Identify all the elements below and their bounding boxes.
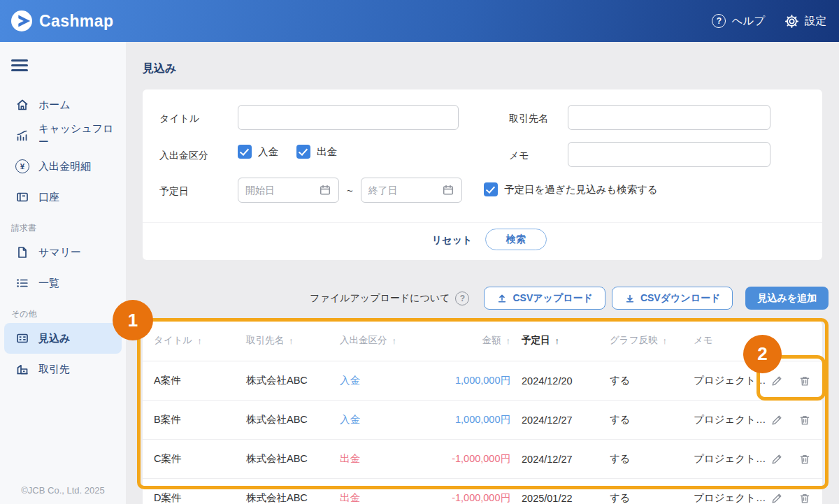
checkbox-checked-icon [484, 182, 498, 196]
memo-field-label: メモ [509, 150, 529, 162]
sidebar-item-label: ホーム [38, 99, 71, 112]
sidebar-section-others: その他 [0, 298, 126, 323]
cell-category: 出金 [340, 491, 424, 504]
passbook-icon [15, 190, 29, 204]
list-icon [15, 276, 29, 290]
calendar-icon [319, 184, 331, 196]
sidebar-item-label: 口座 [38, 191, 59, 204]
withdrawal-checkbox[interactable]: 出金 [296, 145, 337, 159]
table-toolbar: ファイルアップロードについて ? CSVアップロード CSVダウンロード 見込み… [310, 287, 829, 310]
sidebar-item-label: 入出金明細 [38, 160, 91, 173]
partner-input[interactable] [568, 105, 770, 130]
checkbox-checked-icon [296, 145, 310, 159]
csv-upload-button[interactable]: CSVアップロード [484, 287, 605, 310]
end-date-input[interactable] [361, 178, 462, 203]
home-icon [15, 98, 29, 112]
sidebar-item-cashflow[interactable]: キャッシュフロー [4, 120, 122, 151]
past-date-checkbox-label: 予定日を過ぎた見込みも検索する [504, 183, 658, 196]
cell-memo: プロジェクト… [694, 491, 770, 504]
annotation-badge-2: 2 [743, 335, 782, 373]
csv-download-button[interactable]: CSVダウンロード [612, 287, 733, 310]
bar-chart-icon [15, 129, 29, 143]
sidebar-item-home[interactable]: ホーム [4, 89, 122, 120]
sidebar-item-label: 見込み [38, 332, 70, 345]
sidebar-item-summary[interactable]: サマリー [4, 237, 122, 268]
cell-title: D案件 [154, 491, 246, 504]
withdrawal-checkbox-label: 出金 [317, 145, 337, 159]
settings-button[interactable]: 設定 [784, 14, 826, 29]
date-range-separator: ~ [347, 185, 353, 196]
help-button[interactable]: ? ヘルプ [712, 14, 765, 29]
sidebar-item-label: サマリー [38, 246, 81, 259]
start-date-field[interactable] [245, 185, 315, 196]
gear-icon [784, 14, 799, 29]
annotation-highlight-table [137, 318, 829, 489]
add-forecast-button[interactable]: 見込みを追加 [745, 287, 829, 310]
deposit-checkbox-label: 入金 [258, 145, 278, 159]
sidebar-section-invoices: 請求書 [0, 213, 126, 237]
hamburger-menu-icon[interactable] [11, 59, 28, 75]
sidebar-item-forecast[interactable]: 見込み [4, 323, 122, 354]
help-label: ヘルプ [731, 14, 765, 29]
calendar-icon [442, 184, 454, 196]
title-input[interactable] [238, 105, 459, 130]
document-icon [15, 245, 29, 259]
title-field-label: タイトル [159, 113, 199, 125]
sidebar-item-label: 取引先 [38, 363, 70, 376]
annotation-badge-1: 1 [113, 300, 153, 340]
edit-pencil-icon[interactable] [770, 492, 783, 504]
reset-button[interactable]: リセット [432, 229, 472, 250]
end-date-field[interactable] [368, 185, 438, 196]
sidebar-item-label: キャッシュフロー [38, 122, 122, 149]
settings-label: 設定 [805, 14, 826, 29]
app-header: Cashmap ? ヘルプ 設定 [0, 0, 839, 42]
help-icon: ? [712, 14, 726, 28]
sidebar-item-transactions[interactable]: ¥ 入出金明細 [4, 151, 122, 182]
memo-input[interactable] [568, 142, 770, 167]
forecast-card-icon [15, 331, 29, 345]
page-title: 見込み [143, 62, 176, 76]
search-filter-card: タイトル 取引先名 入出金区分 入金 出金 メモ 予定日 [143, 89, 822, 260]
divider [143, 222, 822, 223]
past-date-checkbox[interactable]: 予定日を過ぎた見込みも検索する [484, 182, 658, 196]
date-field-label: 予定日 [159, 185, 189, 198]
cell-graph: する [610, 491, 694, 504]
file-upload-info-label: ファイルアップロードについて [310, 292, 450, 305]
sidebar-item-list[interactable]: 一覧 [4, 268, 122, 298]
yen-circle-icon: ¥ [15, 159, 29, 173]
deposit-checkbox[interactable]: 入金 [238, 145, 278, 159]
sidebar-item-accounts[interactable]: 口座 [4, 182, 122, 213]
cell-partner: 株式会社ABC [246, 491, 340, 504]
category-field-label: 入出金区分 [159, 150, 208, 162]
search-button[interactable]: 検索 [485, 229, 547, 250]
csv-upload-label: CSVアップロード [512, 292, 592, 305]
cell-date: 2025/01/22 [522, 493, 610, 504]
download-icon [624, 293, 636, 304]
start-date-input[interactable] [238, 178, 339, 203]
partner-field-label: 取引先名 [509, 113, 548, 125]
cell-actions [770, 492, 811, 504]
cashmap-logo-icon [11, 10, 32, 31]
file-upload-info[interactable]: ファイルアップロードについて ? [310, 291, 469, 305]
sidebar-item-label: 一覧 [38, 277, 59, 290]
sidebar-item-partners[interactable]: 取引先 [4, 354, 122, 384]
brand: Cashmap [11, 10, 113, 31]
cell-amount: -1,000,000円 [424, 491, 522, 504]
info-question-icon: ? [455, 291, 469, 305]
checkbox-checked-icon [238, 145, 252, 159]
delete-trash-icon[interactable] [798, 492, 811, 504]
csv-download-label: CSVダウンロード [640, 292, 720, 305]
brand-name: Cashmap [39, 12, 113, 31]
upload-icon [496, 293, 508, 304]
sidebar: ホーム キャッシュフロー ¥ 入出金明細 口座 [0, 42, 126, 504]
building-icon [15, 362, 29, 376]
copyright: ©JCB Co., Ltd. 2025 [0, 485, 126, 496]
